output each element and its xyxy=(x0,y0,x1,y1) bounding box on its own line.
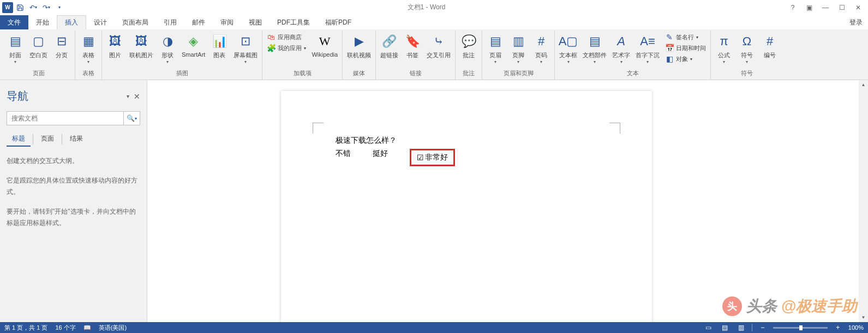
chart-button[interactable]: 📊图表 xyxy=(208,32,230,60)
pagenum-icon: # xyxy=(532,33,550,50)
bookmark-icon: 🔖 xyxy=(404,33,421,50)
quick-access-toolbar: W ↶▾ ↷▾ ▾ xyxy=(0,2,68,14)
ribbon-display-button[interactable]: ▣ xyxy=(801,2,817,14)
equation-button[interactable]: π公式▾ xyxy=(713,32,735,65)
status-page[interactable]: 第 1 页，共 1 页 xyxy=(4,324,47,332)
online-video-button[interactable]: ▶联机视频 xyxy=(345,32,373,60)
symbol-button[interactable]: Ω符号▾ xyxy=(736,32,758,65)
zoom-out-button[interactable]: − xyxy=(757,323,769,332)
tab-design[interactable]: 设计 xyxy=(86,15,115,29)
comment-button[interactable]: 💬批注 xyxy=(458,32,480,60)
status-words[interactable]: 16 个字 xyxy=(55,324,75,332)
tab-review[interactable]: 审阅 xyxy=(213,15,241,29)
wordart-icon: A xyxy=(613,33,630,50)
store-button[interactable]: 🛍应用商店 xyxy=(265,32,308,43)
shapes-button[interactable]: ◑形状▾ xyxy=(157,32,178,65)
pictures-button[interactable]: 🖼图片 xyxy=(104,32,126,60)
doc-option-3-highlighted[interactable]: ☑非常好 xyxy=(410,149,455,166)
online-pictures-button[interactable]: 🖼联机图片 xyxy=(127,32,155,60)
vertical-scrollbar[interactable]: ▲ ▼ xyxy=(859,80,868,322)
nav-tab-pages[interactable]: 页面 xyxy=(35,132,59,147)
group-label: 符号 xyxy=(713,68,781,78)
nav-tab-headings[interactable]: 标题 xyxy=(7,132,31,147)
maximize-button[interactable]: ☐ xyxy=(834,2,849,14)
qat-customize-button[interactable]: ▾ xyxy=(53,2,65,14)
nav-close-button[interactable]: ✕ xyxy=(134,92,140,101)
nav-tabs: 标题 页面 结果 xyxy=(7,132,140,147)
comment-icon: 💬 xyxy=(460,33,477,50)
table-icon: ▦ xyxy=(80,33,97,50)
scroll-track[interactable] xyxy=(859,89,868,313)
tab-layout[interactable]: 页面布局 xyxy=(115,15,156,29)
undo-button[interactable]: ↶▾ xyxy=(27,2,39,14)
view-read-button[interactable]: ▭ xyxy=(703,323,715,332)
table-button[interactable]: ▦表格▾ xyxy=(77,32,99,65)
nav-dropdown-icon[interactable]: ▾ xyxy=(127,93,129,99)
puzzle-icon: 🧩 xyxy=(267,44,276,52)
doc-question[interactable]: 极速下载怎么样？ xyxy=(336,135,597,147)
tab-mailings[interactable]: 邮件 xyxy=(184,15,213,29)
redo-button[interactable]: ↷▾ xyxy=(40,2,52,14)
footer-button[interactable]: ▥页脚▾ xyxy=(507,32,529,65)
bookmark-button[interactable]: 🔖书签 xyxy=(402,32,423,60)
scroll-down-icon[interactable]: ▼ xyxy=(859,313,868,322)
signature-button[interactable]: ✎签名行▾ xyxy=(663,32,708,43)
number-button[interactable]: #编号 xyxy=(759,32,781,60)
search-button[interactable]: 🔍▾ xyxy=(123,112,140,125)
smartart-button[interactable]: ◈SmartArt xyxy=(179,32,207,59)
header-button[interactable]: ▤页眉▾ xyxy=(484,32,506,65)
document-page[interactable]: 极速下载怎么样？ 不错 挺好 ☑非常好 xyxy=(281,91,652,322)
datetime-button[interactable]: 📅日期和时间 xyxy=(663,43,708,53)
page-break-icon: ⊟ xyxy=(53,33,70,50)
tab-foxit-pdf[interactable]: 福昕PDF xyxy=(318,15,359,29)
doc-option-1[interactable]: 不错 xyxy=(336,149,351,166)
document-area[interactable]: 极速下载怎么样？ 不错 挺好 ☑非常好 ▲ ▼ xyxy=(147,80,868,322)
page-break-button[interactable]: ⊟分页 xyxy=(51,32,73,60)
video-icon: ▶ xyxy=(350,33,368,50)
tab-references[interactable]: 引用 xyxy=(156,15,184,29)
number-icon: # xyxy=(761,33,779,50)
my-addins-button[interactable]: 🧩我的应用 ▾ xyxy=(265,43,308,53)
textbox-button[interactable]: A▢文本框▾ xyxy=(557,32,579,65)
screenshot-button[interactable]: ⊡屏幕截图▾ xyxy=(231,32,260,65)
hyperlink-button[interactable]: 🔗超链接 xyxy=(378,32,400,60)
dropcap-icon: A≡ xyxy=(639,33,656,50)
help-button[interactable]: ? xyxy=(785,2,800,14)
wordart-button[interactable]: A艺术字▾ xyxy=(610,32,632,65)
minimize-button[interactable]: — xyxy=(818,2,833,14)
zoom-in-button[interactable]: + xyxy=(832,323,844,332)
wikipedia-button[interactable]: WWikipedia xyxy=(309,32,340,59)
login-link[interactable]: 登录 xyxy=(844,16,868,29)
object-button[interactable]: ◧对象▾ xyxy=(663,53,708,64)
cross-reference-button[interactable]: ⤷交叉引用 xyxy=(424,32,453,60)
nav-tab-results[interactable]: 结果 xyxy=(64,132,88,147)
status-proofing-icon[interactable]: 📖 xyxy=(83,324,91,331)
blank-page-button[interactable]: ▢空白页 xyxy=(27,32,50,60)
tab-insert[interactable]: 插入 xyxy=(57,15,86,29)
group-media: ▶联机视频 媒体 xyxy=(343,31,376,80)
tab-file[interactable]: 文件 xyxy=(0,15,28,29)
zoom-level[interactable]: 100% xyxy=(848,324,864,331)
search-input[interactable] xyxy=(7,112,123,125)
group-label: 媒体 xyxy=(345,68,373,78)
doc-options: 不错 挺好 ☑非常好 xyxy=(336,149,597,166)
cover-page-icon: ▤ xyxy=(7,33,24,50)
tab-pdf-tools[interactable]: PDF工具集 xyxy=(270,15,318,29)
close-button[interactable]: ✕ xyxy=(851,2,866,14)
status-language[interactable]: 英语(美国) xyxy=(99,324,127,332)
doc-option-2[interactable]: 挺好 xyxy=(373,149,388,166)
quick-parts-button[interactable]: ▤文档部件▾ xyxy=(580,32,609,65)
view-print-button[interactable]: ▤ xyxy=(719,323,731,332)
cover-page-button[interactable]: ▤封面▾ xyxy=(4,32,26,65)
navigation-pane: 导航 ▾ ✕ 🔍▾ 标题 页面 结果 创建文档的交互式大纲。 它是跟踪您的具体位… xyxy=(0,80,147,322)
blank-page-icon: ▢ xyxy=(30,33,47,50)
scroll-up-icon[interactable]: ▲ xyxy=(859,80,868,89)
zoom-slider[interactable] xyxy=(773,327,828,329)
dropcap-button[interactable]: A≡首字下沉▾ xyxy=(633,32,662,65)
save-button[interactable] xyxy=(14,2,26,14)
tab-home[interactable]: 开始 xyxy=(28,15,57,29)
view-web-button[interactable]: ▥ xyxy=(735,323,747,332)
picture-icon: 🖼 xyxy=(106,33,124,50)
page-number-button[interactable]: #页码▾ xyxy=(530,32,552,65)
tab-view[interactable]: 视图 xyxy=(241,15,270,29)
